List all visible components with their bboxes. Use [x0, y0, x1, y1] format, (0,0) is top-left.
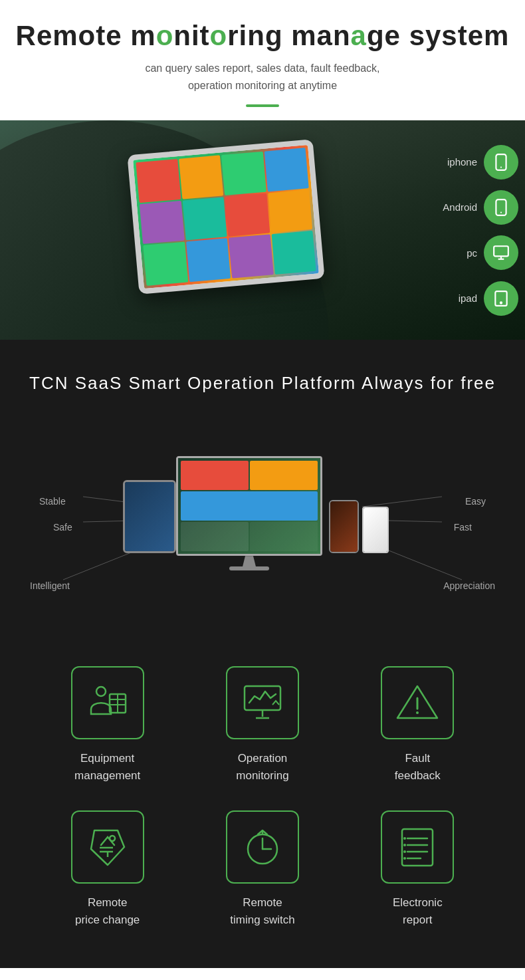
features-grid: Equipmentmanagement Operationmonitoring — [40, 666, 485, 928]
feature-item-report: Electronicreport — [350, 810, 485, 928]
platform-section: TCN SaaS Smart Operation Platform Always… — [0, 340, 525, 640]
tablet-screen — [133, 145, 319, 289]
platform-title: TCN SaaS Smart Operation Platform Always… — [20, 373, 505, 394]
page-title: Remote monitoring manage system — [13, 20, 512, 52]
iphone-icon — [484, 145, 518, 180]
small-tablet-screen — [125, 482, 174, 551]
remote-timing-icon — [239, 824, 286, 870]
device-label-pc: pc — [467, 247, 477, 259]
remote-price-change-label: Remoteprice change — [75, 894, 140, 928]
monitor-neck — [243, 556, 256, 566]
feature-item-monitoring: Operationmonitoring — [195, 666, 330, 784]
remote-timing-switch-label: Remotetiming switch — [230, 894, 294, 928]
fault-feedback-label: Faultfeedback — [395, 750, 441, 784]
report-icon-box — [381, 810, 454, 884]
ms-cell — [181, 522, 249, 551]
svg-point-3 — [500, 211, 502, 213]
tablet-cell — [225, 193, 270, 237]
tablet-cell — [221, 152, 266, 195]
header-subtitle: can query sales report, sales data, faul… — [13, 60, 512, 94]
svg-rect-20 — [245, 686, 280, 710]
device-label-iphone: iphone — [447, 156, 477, 168]
hero-section: iphone Android pc — [0, 120, 525, 340]
monitor-display — [178, 458, 320, 554]
small-tablet-device — [123, 480, 176, 553]
svg-point-1 — [500, 166, 502, 168]
header-section: Remote monitoring manage system can quer… — [0, 0, 525, 120]
tablet-cell — [182, 197, 227, 241]
device-item-iphone: iphone — [447, 145, 518, 180]
ms-cell — [250, 461, 318, 490]
small-phone2-screen — [364, 508, 387, 552]
svg-point-38 — [403, 837, 406, 840]
tablet-cell — [268, 189, 313, 233]
device-label-ipad: ipad — [459, 293, 477, 304]
remote-price-icon — [84, 824, 131, 870]
equipment-management-icon — [84, 679, 131, 726]
android-icon — [484, 190, 518, 225]
electronic-report-icon — [394, 824, 441, 870]
operation-monitoring-label: Operationmonitoring — [236, 750, 288, 784]
timing-icon-box — [226, 810, 299, 884]
monitor-device — [176, 456, 322, 570]
pc-icon — [484, 235, 518, 270]
monitoring-icon-box — [226, 666, 299, 739]
operation-monitoring-icon — [239, 679, 286, 726]
tablet-cell — [136, 159, 181, 203]
svg-point-8 — [500, 302, 502, 303]
ms-cell — [181, 461, 249, 490]
decorative-bar — [246, 104, 279, 107]
small-phone-device — [329, 500, 359, 553]
tablet-cell — [179, 156, 224, 199]
ipad-icon — [484, 281, 518, 316]
svg-point-39 — [403, 844, 406, 846]
svg-rect-33 — [402, 829, 433, 866]
tablet-cell — [143, 242, 188, 286]
device-item-pc: pc — [467, 235, 518, 270]
platform-diagram: Stable Safe Intelligent Easy Fast Apprec… — [30, 427, 495, 600]
ms-cell — [250, 522, 318, 551]
device-item-android: Android — [443, 190, 518, 225]
monitor-base — [229, 566, 269, 570]
tablet-cell — [140, 201, 185, 245]
equipment-icon-box — [71, 666, 144, 739]
features-section: Equipmentmanagement Operationmonitoring — [0, 640, 525, 968]
tablet-cell — [229, 235, 274, 279]
tablet-cell — [186, 238, 231, 282]
feature-item-equipment: Equipmentmanagement — [40, 666, 175, 784]
ms-cell — [181, 491, 318, 521]
fault-icon-box — [381, 666, 454, 739]
price-icon-box — [71, 810, 144, 884]
svg-point-15 — [96, 687, 106, 696]
small-phone-screen — [330, 501, 358, 552]
tablet-cell — [271, 231, 316, 275]
electronic-report-label: Electronicreport — [393, 894, 443, 928]
tablet-cell — [264, 148, 309, 191]
device-icons-panel: iphone Android pc — [419, 120, 525, 340]
svg-rect-4 — [494, 247, 508, 257]
hero-tablet — [127, 139, 324, 295]
feature-item-fault: Faultfeedback — [350, 666, 485, 784]
svg-point-24 — [416, 711, 419, 714]
svg-point-41 — [403, 857, 406, 860]
feature-item-timing: Remotetiming switch — [195, 810, 330, 928]
device-label-android: Android — [443, 201, 477, 213]
device-item-ipad: ipad — [459, 281, 518, 316]
feature-item-price: Remoteprice change — [40, 810, 175, 928]
fault-feedback-icon — [394, 679, 441, 726]
equipment-management-label: Equipmentmanagement — [74, 750, 140, 784]
platform-devices — [136, 456, 389, 570]
svg-point-40 — [403, 850, 406, 853]
small-phone2-device — [362, 507, 389, 553]
monitor-screen — [176, 456, 322, 556]
